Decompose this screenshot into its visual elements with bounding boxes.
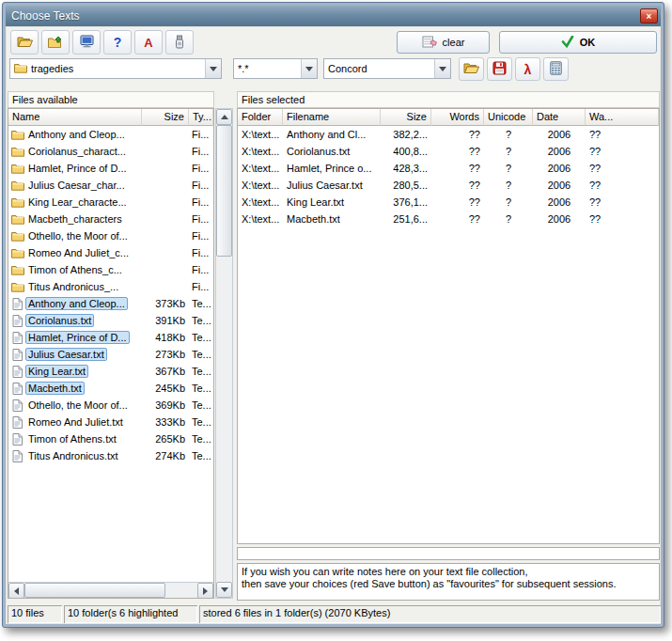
selected-file-row[interactable]: X:\text...Anthony and Cl...382,2...???20… (238, 126, 659, 143)
acrobat-button[interactable]: λ (515, 57, 540, 81)
file-row[interactable]: Hamlet, Prince of D...418KbTe... (8, 329, 213, 346)
notes-input[interactable] (237, 547, 660, 560)
date-cell: 2006 (533, 180, 586, 191)
folder-cell: X:\text... (238, 146, 283, 157)
file-row[interactable]: Titus Andronicus.txt274KbTe... (8, 447, 213, 464)
scroll-down-button[interactable] (216, 582, 232, 598)
column-header-folder[interactable]: Folder (238, 109, 283, 126)
column-header-filename[interactable]: Filename (283, 109, 381, 126)
type-cell: Fi... (189, 281, 213, 292)
type-cell: Te... (189, 366, 213, 377)
scroll-left-button[interactable] (8, 583, 24, 599)
monitor-button[interactable] (72, 30, 101, 55)
pattern-combo[interactable]: *.* (233, 58, 318, 79)
selected-file-row[interactable]: X:\text...Coriolanus.txt400,8...???2006?… (238, 143, 659, 160)
file-row[interactable]: King Lear.txt367KbTe... (8, 363, 213, 380)
column-header-size[interactable]: Size (381, 109, 431, 126)
tool-combo-dropdown[interactable] (434, 59, 450, 78)
help-button[interactable]: ? (103, 30, 132, 55)
scroll-right-button[interactable] (197, 583, 213, 599)
file-row[interactable]: Othello, the Moor of...369KbTe... (8, 397, 213, 414)
size-cell: 373Kb (142, 298, 189, 309)
type-cell: Te... (189, 399, 213, 411)
files-selected-label: Files selected (237, 91, 660, 108)
status-folders: 10 folder(s 6 highlighted (64, 605, 197, 623)
folder-row[interactable]: Anthony and Cleop...Fi... (8, 126, 213, 143)
column-header-ty[interactable]: Ty... (189, 109, 213, 126)
column-header-words[interactable]: Words (431, 109, 484, 126)
file-row[interactable]: Coriolanus.txt391KbTe... (8, 312, 213, 329)
files-selected-list: FolderFilenameSizeWordsUnicodeDateWa... … (237, 108, 660, 544)
clear-button[interactable]: clear (397, 31, 490, 54)
folder-combo-dropdown[interactable] (205, 59, 221, 78)
font-button[interactable]: A (134, 30, 163, 55)
column-header-wa[interactable]: Wa... (586, 109, 659, 126)
tool-combo[interactable]: Concord (323, 58, 451, 79)
column-header-date[interactable]: Date (533, 109, 586, 126)
folder-row[interactable]: Timon of Athens_c...Fi... (8, 261, 213, 278)
notes-area[interactable]: If you wish you can write notes here on … (237, 563, 660, 601)
folder-row[interactable]: Coriolanus_charact...Fi... (8, 143, 213, 160)
file-row[interactable]: Romeo And Juliet.txt333KbTe... (8, 414, 213, 430)
scrollbar-thumb[interactable] (216, 125, 232, 257)
folder-combo[interactable]: tragedies (9, 58, 222, 79)
name-cell: Hamlet, Prince of D... (8, 162, 142, 175)
pattern-combo-dropdown[interactable] (301, 59, 317, 78)
close-button[interactable]: × (640, 8, 658, 23)
ok-button[interactable]: OK (499, 31, 657, 54)
column-header-size[interactable]: Size (142, 109, 189, 126)
name-cell: Coriolanus_charact... (8, 145, 142, 158)
selected-file-row[interactable]: X:\text...King Lear.txt376,1...???2006?? (238, 194, 659, 211)
folder-row[interactable]: Julius Caesar_char...Fi... (8, 177, 213, 194)
folder-row[interactable]: Hamlet, Prince of D...Fi... (8, 160, 213, 177)
file-row[interactable]: Julius Caesar.txt273KbTe... (8, 346, 213, 363)
title-bar[interactable]: Choose Texts × (6, 6, 661, 26)
usb-icon (175, 35, 184, 51)
column-header-name[interactable]: Name (8, 109, 142, 126)
name-cell: Coriolanus.txt (8, 314, 142, 327)
type-cell: Fi... (189, 196, 213, 208)
type-cell: Fi... (189, 163, 213, 174)
size-cell: 382,2... (381, 129, 431, 140)
calculator-button[interactable] (543, 57, 569, 81)
chevron-down-icon (439, 67, 446, 71)
file-row[interactable]: Timon of Athens.txt265KbTe... (8, 430, 213, 447)
folder-row[interactable]: Romeo And Juliet_c...Fi... (8, 244, 213, 261)
selected-file-row[interactable]: X:\text...Julius Caesar.txt280,5...???20… (238, 177, 659, 194)
folder-row[interactable]: King Lear_characte...Fi... (8, 194, 213, 211)
warnings-cell: ?? (586, 196, 659, 208)
warnings-cell: ?? (586, 213, 659, 225)
status-stored: stored 6 files in 1 folder(s) (2070 KByt… (199, 605, 661, 623)
usb-button[interactable] (165, 30, 194, 55)
selected-file-row[interactable]: X:\text...Hamlet, Prince o...428,3...???… (238, 160, 659, 177)
selected-file-row[interactable]: X:\text...Macbeth.txt251,6...???2006?? (238, 211, 659, 227)
vertical-scrollbar[interactable] (215, 108, 233, 599)
scroll-up-button[interactable] (216, 109, 232, 125)
text-file-icon (10, 332, 24, 344)
scrollbar-thumb[interactable] (24, 583, 165, 598)
file-row[interactable]: Macbeth.txt245KbTe... (8, 380, 213, 397)
name-cell: Titus Andronicus.txt (8, 449, 142, 462)
name-cell: Anthony and Cleop... (8, 128, 142, 141)
file-row[interactable]: Anthony and Cleop...373KbTe... (8, 295, 213, 312)
scrollbar-track[interactable] (216, 125, 232, 582)
open-folder-button[interactable] (459, 57, 484, 81)
open-folder-button[interactable] (10, 30, 39, 55)
horizontal-scrollbar[interactable] (8, 582, 213, 598)
scrollbar-track[interactable] (24, 583, 197, 598)
save-icon (492, 61, 507, 77)
arrow-right-icon (203, 587, 208, 595)
item-name: Anthony and Cleop... (25, 297, 128, 310)
folder-up-button[interactable] (41, 30, 70, 55)
files-available-label: Files available (8, 91, 214, 108)
column-header-unicode[interactable]: Unicode (484, 109, 533, 126)
folder-row[interactable]: Othello, the Moor of...Fi... (8, 227, 213, 244)
folder-row[interactable]: Macbeth_charactersFi... (8, 211, 213, 227)
folder-row[interactable]: Titus Andronicus_...Fi... (8, 278, 213, 295)
filename-cell: Coriolanus.txt (283, 146, 381, 157)
size-cell: 265Kb (142, 433, 189, 445)
unicode-cell: ? (484, 129, 533, 140)
save-button[interactable] (487, 57, 512, 81)
folder-icon (10, 180, 24, 191)
warnings-cell: ?? (586, 180, 659, 191)
